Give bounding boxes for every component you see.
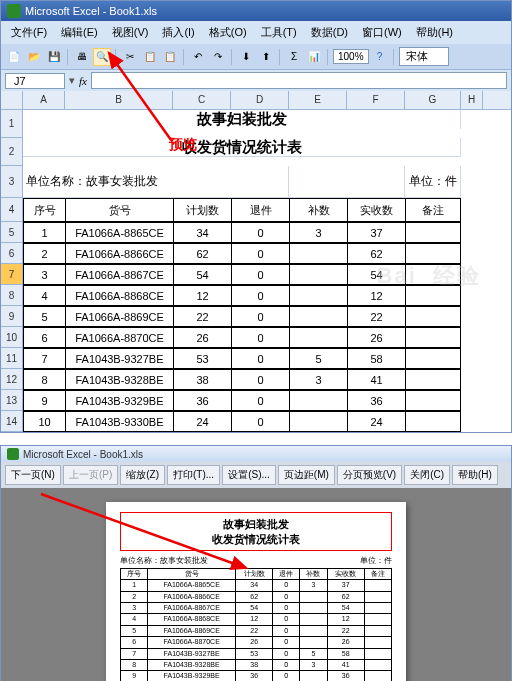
cell[interactable]: 10 <box>24 412 66 432</box>
th[interactable]: 货号 <box>66 199 174 222</box>
menu-item[interactable]: 编辑(E) <box>55 23 104 42</box>
cut-icon[interactable]: ✂ <box>121 48 139 66</box>
menu-item[interactable]: 帮助(H) <box>410 23 459 42</box>
cell[interactable]: 58 <box>348 349 406 369</box>
col-header[interactable]: F <box>347 91 405 109</box>
redo-icon[interactable]: ↷ <box>209 48 227 66</box>
row-header[interactable]: 12 <box>1 369 23 390</box>
cell[interactable] <box>406 286 461 306</box>
preview-toolbar-button[interactable]: 关闭(C) <box>404 465 450 485</box>
cell[interactable]: FA1043B-9327BE <box>66 349 174 369</box>
formula-bar[interactable] <box>91 72 507 89</box>
cell[interactable] <box>406 328 461 348</box>
th[interactable]: 计划数 <box>174 199 232 222</box>
zoom-box[interactable]: 100% <box>333 49 369 64</box>
cell[interactable] <box>406 244 461 264</box>
cell[interactable]: 12 <box>348 286 406 306</box>
cell[interactable]: 22 <box>348 307 406 327</box>
sum-icon[interactable]: Σ <box>285 48 303 66</box>
sort-desc-icon[interactable]: ⬆ <box>257 48 275 66</box>
cell[interactable] <box>290 307 348 327</box>
cell[interactable]: 4 <box>24 286 66 306</box>
fx-icon[interactable]: fx <box>79 75 87 87</box>
col-header[interactable]: H <box>461 91 483 109</box>
cell[interactable]: 62 <box>174 244 232 264</box>
cell[interactable]: 24 <box>348 412 406 432</box>
cell[interactable]: 0 <box>232 412 290 432</box>
cell[interactable]: 8 <box>24 370 66 390</box>
preview-toolbar-button[interactable]: 分页预览(V) <box>337 465 402 485</box>
cell[interactable]: 0 <box>232 391 290 411</box>
cell[interactable]: FA1066A-8867CE <box>66 265 174 285</box>
cell[interactable] <box>406 265 461 285</box>
th[interactable]: 退件 <box>232 199 290 222</box>
menu-item[interactable]: 工具(T) <box>255 23 303 42</box>
print-icon[interactable]: 🖶 <box>73 48 91 66</box>
undo-icon[interactable]: ↶ <box>189 48 207 66</box>
col-header[interactable]: A <box>23 91 65 109</box>
cell[interactable]: FA1043B-9330BE <box>66 412 174 432</box>
cell[interactable] <box>406 412 461 432</box>
th[interactable]: 备注 <box>406 199 461 222</box>
cell[interactable]: 26 <box>174 328 232 348</box>
col-header[interactable]: C <box>173 91 231 109</box>
sort-asc-icon[interactable]: ⬇ <box>237 48 255 66</box>
preview-toolbar-button[interactable]: 帮助(H) <box>452 465 498 485</box>
cell[interactable]: 26 <box>348 328 406 348</box>
col-header[interactable]: G <box>405 91 461 109</box>
paste-icon[interactable]: 📋 <box>161 48 179 66</box>
row-header[interactable]: 3 <box>1 166 23 198</box>
preview-toolbar-button[interactable]: 打印(T)... <box>167 465 220 485</box>
preview-toolbar-button[interactable]: 缩放(Z) <box>120 465 165 485</box>
cell[interactable]: FA1043B-9329BE <box>66 391 174 411</box>
cell[interactable]: 0 <box>232 286 290 306</box>
row-header[interactable]: 9 <box>1 306 23 327</box>
cell[interactable]: 0 <box>232 349 290 369</box>
cell[interactable]: 0 <box>232 328 290 348</box>
cell[interactable]: 2 <box>24 244 66 264</box>
cell[interactable]: FA1066A-8868CE <box>66 286 174 306</box>
new-icon[interactable]: 📄 <box>5 48 23 66</box>
col-header[interactable]: D <box>231 91 289 109</box>
cell[interactable]: 62 <box>348 244 406 264</box>
cell[interactable] <box>290 412 348 432</box>
cell[interactable]: 54 <box>348 265 406 285</box>
chart-icon[interactable]: 📊 <box>305 48 323 66</box>
row-header[interactable]: 4 <box>1 198 23 222</box>
row-header[interactable]: 7 <box>1 264 23 285</box>
preview-toolbar-button[interactable]: 设置(S)... <box>222 465 276 485</box>
cell[interactable] <box>290 244 348 264</box>
menu-item[interactable]: 文件(F) <box>5 23 53 42</box>
sheet-title-2[interactable]: 收发货情况统计表 <box>23 138 461 157</box>
cell[interactable]: 34 <box>174 223 232 243</box>
save-icon[interactable]: 💾 <box>45 48 63 66</box>
cell[interactable]: FA1066A-8866CE <box>66 244 174 264</box>
col-header[interactable]: E <box>289 91 347 109</box>
cell[interactable] <box>406 391 461 411</box>
cell[interactable]: 0 <box>232 370 290 390</box>
help-icon[interactable]: ? <box>371 48 389 66</box>
row-header[interactable]: 1 <box>1 110 23 138</box>
cell[interactable]: 7 <box>24 349 66 369</box>
col-header[interactable]: B <box>65 91 173 109</box>
row-header[interactable]: 6 <box>1 243 23 264</box>
cell[interactable]: 9 <box>24 391 66 411</box>
cell[interactable] <box>290 391 348 411</box>
menu-item[interactable]: 插入(I) <box>156 23 200 42</box>
cell[interactable]: 5 <box>290 349 348 369</box>
preview-toolbar-button[interactable]: 下一页(N) <box>5 465 61 485</box>
copy-icon[interactable]: 📋 <box>141 48 159 66</box>
cell[interactable]: 36 <box>174 391 232 411</box>
preview-canvas[interactable]: 故事妇装批发 收发货情况统计表 单位名称：故事女装批发 单位：件 序号货号计划数… <box>1 488 511 681</box>
cell[interactable]: FA1066A-8870CE <box>66 328 174 348</box>
preview-toolbar-button[interactable]: 上一页(P) <box>63 465 118 485</box>
row-header[interactable]: 13 <box>1 390 23 411</box>
cell[interactable]: 37 <box>348 223 406 243</box>
row-header[interactable]: 8 <box>1 285 23 306</box>
th[interactable]: 序号 <box>24 199 66 222</box>
row-header[interactable]: 2 <box>1 138 23 166</box>
select-all-corner[interactable] <box>1 91 23 109</box>
cell[interactable] <box>290 286 348 306</box>
th[interactable]: 实收数 <box>348 199 406 222</box>
cell[interactable] <box>406 307 461 327</box>
